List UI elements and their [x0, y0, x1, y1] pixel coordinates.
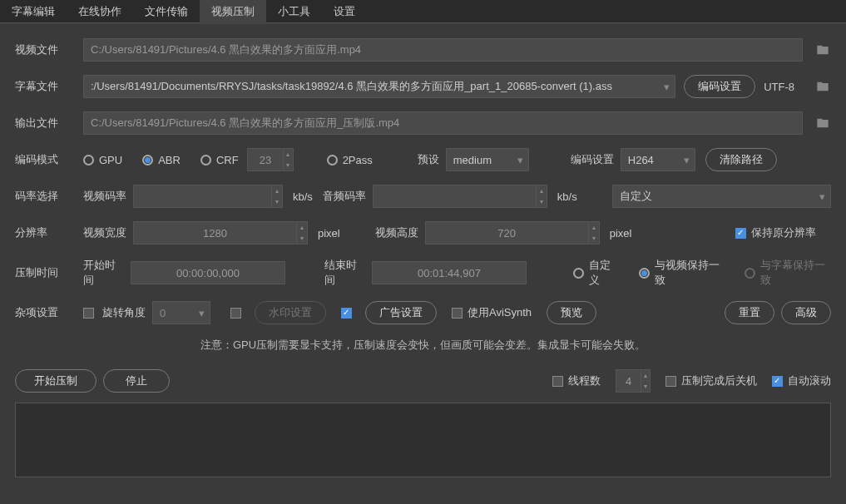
video-file-label: 视频文件	[15, 42, 67, 57]
height-spinner[interactable]: ▴▾	[425, 221, 600, 245]
height-unit: pixel	[610, 227, 632, 240]
codec-select[interactable]: H264	[621, 148, 695, 171]
advanced-button[interactable]: 高级	[781, 301, 831, 324]
encoding-settings-button[interactable]: 编码设置	[684, 75, 755, 98]
tab-video-encode[interactable]: 视频压制	[200, 0, 266, 24]
folder-icon[interactable]	[814, 43, 831, 57]
preview-button[interactable]: 预览	[547, 301, 596, 324]
watermark-checkbox[interactable]	[230, 308, 241, 319]
rotate-checkbox[interactable]	[83, 308, 94, 319]
rotate-select[interactable]: 0	[152, 301, 210, 324]
folder-icon[interactable]	[814, 80, 831, 93]
tab-tools[interactable]: 小工具	[266, 0, 322, 24]
preset-label: 预设	[418, 152, 439, 167]
output-file-input[interactable]	[83, 111, 803, 135]
audio-bitrate-unit: kb/s	[557, 190, 577, 203]
radio-gpu[interactable]	[83, 155, 94, 166]
clear-path-button[interactable]: 清除路径	[705, 148, 777, 171]
video-bitrate-unit: kb/s	[293, 190, 313, 203]
audio-bitrate-label: 音频码率	[323, 189, 366, 204]
tab-subtitle-edit[interactable]: 字幕编辑	[0, 0, 67, 24]
bitrate-custom-select[interactable]: 自定义	[612, 185, 831, 208]
subtitle-file-label: 字幕文件	[15, 79, 67, 94]
ad-checkbox[interactable]	[341, 308, 352, 319]
width-spinner[interactable]: ▴▾	[133, 221, 308, 245]
tab-online-collab[interactable]: 在线协作	[67, 0, 133, 24]
start-time-label: 开始时间	[83, 258, 124, 288]
keep-resolution-checkbox[interactable]	[735, 228, 746, 239]
radio-timing-video[interactable]	[639, 268, 650, 279]
bitrate-label: 码率选择	[15, 189, 67, 204]
start-time-input[interactable]	[131, 261, 285, 284]
reset-button[interactable]: 重置	[725, 301, 774, 324]
video-bitrate-spinner[interactable]: ▴▾	[133, 185, 283, 208]
radio-timing-custom[interactable]	[573, 268, 584, 279]
misc-label: 杂项设置	[15, 305, 67, 320]
end-time-input[interactable]	[372, 261, 527, 284]
threads-spinner[interactable]: ▴▾	[616, 369, 651, 393]
encoding-value: UTF-8	[764, 81, 794, 93]
stop-button[interactable]: 停止	[103, 369, 170, 393]
width-label: 视频宽度	[83, 225, 126, 240]
subtitle-file-select[interactable]: :/Users/81491/Documents/RRYSJ/tasks/task…	[83, 75, 675, 98]
crf-spinner[interactable]: ▴▾	[247, 148, 294, 171]
tab-settings[interactable]: 设置	[322, 0, 367, 24]
output-file-label: 输出文件	[15, 116, 67, 131]
resolution-label: 分辨率	[15, 225, 67, 240]
preset-select[interactable]: medium	[446, 148, 529, 171]
autoscroll-checkbox[interactable]	[772, 376, 783, 387]
width-unit: pixel	[318, 227, 340, 240]
video-bitrate-label: 视频码率	[83, 189, 126, 204]
timing-label: 压制时间	[15, 265, 67, 280]
radio-abr[interactable]	[142, 155, 153, 166]
watermark-button[interactable]: 水印设置	[255, 301, 326, 324]
start-button[interactable]: 开始压制	[15, 369, 96, 393]
height-label: 视频高度	[375, 225, 418, 240]
radio-2pass[interactable]	[327, 155, 338, 166]
log-textarea[interactable]	[15, 403, 831, 477]
gpu-note: 注意：GPU压制需要显卡支持，压制速度会变快，但画质可能会变差。集成显卡可能会失…	[15, 338, 831, 353]
ad-button[interactable]: 广告设置	[365, 301, 437, 324]
shutdown-checkbox[interactable]	[665, 376, 676, 387]
threads-checkbox[interactable]	[552, 376, 563, 387]
tab-file-transfer[interactable]: 文件传输	[133, 0, 200, 24]
folder-icon[interactable]	[814, 116, 831, 130]
avisynth-checkbox[interactable]	[452, 308, 463, 319]
tab-bar: 字幕编辑 在线协作 文件传输 视频压制 小工具 设置	[0, 0, 846, 23]
radio-crf[interactable]	[200, 155, 211, 166]
radio-timing-subtitle	[745, 268, 755, 279]
audio-bitrate-spinner[interactable]: ▴▾	[373, 185, 547, 208]
encode-mode-label: 编码模式	[15, 152, 67, 167]
codec-label: 编码设置	[571, 152, 614, 167]
end-time-label: 结束时间	[324, 258, 365, 288]
rotate-label: 旋转角度	[102, 305, 146, 320]
video-file-input[interactable]	[83, 38, 803, 62]
